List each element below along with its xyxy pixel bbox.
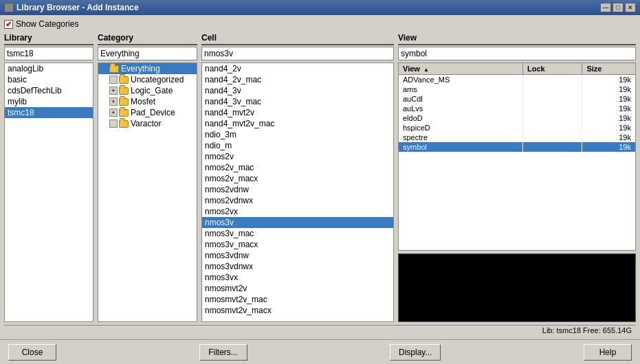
list-item[interactable]: nmos3vdnwx	[202, 261, 393, 272]
category-list[interactable]: Everything Uncategorized + Logic_Gate	[98, 62, 197, 322]
category-item-label: Varactor	[131, 119, 161, 128]
table-row[interactable]: auLvs19k	[399, 104, 635, 113]
list-item[interactable]: basic	[5, 74, 93, 85]
bottom-bar: Close Filters... Display... Help	[0, 339, 640, 364]
expand-icon[interactable]: +	[109, 98, 118, 106]
table-cell-view: auCdl	[399, 94, 522, 104]
library-list[interactable]: analogLib basic cdsDefTechLib mylib tsmc…	[4, 62, 93, 322]
table-row[interactable]: ams19k	[399, 84, 635, 94]
filters-button[interactable]: Filters...	[199, 344, 247, 361]
table-cell-size: 19k	[582, 133, 635, 142]
help-button[interactable]: Help	[584, 344, 632, 361]
table-row[interactable]: eldoD19k	[399, 113, 635, 123]
list-item[interactable]: nmos3v_mac	[202, 228, 393, 239]
list-item[interactable]: nand4_2v	[202, 63, 393, 74]
list-item[interactable]: nand4_3v_mac	[202, 96, 393, 107]
list-item[interactable]: nand4_mvt2v_mac	[202, 118, 393, 129]
list-item[interactable]: ndio_m	[202, 140, 393, 151]
list-item[interactable]: nmos2vx	[202, 206, 393, 217]
view-col-header-view[interactable]: View ▲	[399, 63, 522, 75]
minimize-button[interactable]: —	[600, 3, 611, 12]
view-header: View	[398, 33, 636, 45]
cell-search-input[interactable]	[201, 47, 394, 60]
close-window-button[interactable]: ✕	[625, 3, 636, 12]
checkmark-icon: ✔	[5, 20, 12, 29]
table-cell-lock	[522, 104, 582, 113]
list-item[interactable]: ndio_3m	[202, 129, 393, 140]
table-cell-view: auLvs	[399, 104, 522, 113]
view-table: View ▲ Lock Size ADVance_MS19kams19kauCd…	[399, 63, 635, 152]
list-item[interactable]: nand4_mvt2v	[202, 107, 393, 118]
view-panel: View View ▲ Lock Size ADVance_MS19kams19…	[398, 33, 636, 322]
category-search-input[interactable]	[98, 47, 197, 60]
list-item[interactable]: nmos2vdnwx	[202, 195, 393, 206]
expand-icon[interactable]	[109, 76, 118, 84]
panels-row: Library analogLib basic cdsDefTechLib my…	[4, 33, 636, 322]
category-item-everything[interactable]: Everything	[98, 63, 197, 74]
table-cell-lock	[522, 75, 582, 85]
category-item-uncategorized[interactable]: Uncategorized	[98, 74, 197, 85]
cell-panel: Cell nand4_2vnand4_2v_macnand4_3vnand4_3…	[201, 33, 394, 322]
list-item[interactable]: nmos2v_mac	[202, 162, 393, 173]
table-row[interactable]: spectre19k	[399, 133, 635, 142]
list-item[interactable]: nmos3vdnw	[202, 250, 393, 261]
table-cell-lock	[522, 84, 582, 94]
list-item[interactable]: nmos2v	[202, 151, 393, 162]
list-item[interactable]: nmos3v_macx	[202, 239, 393, 250]
table-cell-view: ADVance_MS	[399, 75, 522, 85]
category-item-label: Everything	[121, 64, 160, 73]
list-item[interactable]: cdsDefTechLib	[5, 85, 93, 96]
table-row[interactable]: symbol19k	[399, 142, 635, 152]
list-item[interactable]: nand4_3v	[202, 85, 393, 96]
table-cell-lock	[522, 133, 582, 142]
show-categories-row: ✔ Show Categories	[4, 19, 636, 30]
folder-icon	[119, 98, 129, 106]
list-item[interactable]: nmos2v_macx	[202, 173, 393, 184]
cell-header: Cell	[201, 33, 394, 45]
list-item[interactable]: nmosmvt2v_mac	[202, 294, 393, 305]
show-categories-checkbox[interactable]: ✔	[4, 20, 13, 29]
list-item[interactable]: nmosmvt2v_macx	[202, 305, 393, 316]
view-col-header-lock[interactable]: Lock	[522, 63, 582, 75]
table-row[interactable]: ADVance_MS19k	[399, 75, 635, 85]
list-item[interactable]: nmos3vx	[202, 272, 393, 283]
category-header: Category	[98, 33, 197, 45]
library-search-input[interactable]	[4, 47, 93, 60]
folder-icon	[119, 87, 129, 95]
library-panel: Library analogLib basic cdsDefTechLib my…	[4, 33, 93, 322]
list-item[interactable]: nmos2vdnw	[202, 184, 393, 195]
display-button[interactable]: Display...	[390, 344, 441, 361]
cell-list[interactable]: nand4_2vnand4_2v_macnand4_3vnand4_3v_mac…	[201, 62, 394, 322]
window-title: Library Browser - Add Instance	[16, 3, 139, 12]
title-bar: Library Browser - Add Instance — □ ✕	[0, 0, 640, 15]
expand-icon[interactable]: +	[109, 87, 118, 95]
expand-icon[interactable]	[109, 120, 118, 128]
category-item-label: Uncategorized	[131, 75, 184, 84]
show-categories-label: Show Categories	[16, 19, 78, 29]
list-item[interactable]: analogLib	[5, 63, 93, 74]
table-row[interactable]: hspiceD19k	[399, 123, 635, 133]
table-cell-size: 19k	[582, 84, 635, 94]
category-item-pad-device[interactable]: + Pad_Device	[98, 107, 197, 118]
maximize-button[interactable]: □	[613, 3, 624, 12]
list-item[interactable]: mylib	[5, 96, 93, 107]
folder-icon	[119, 76, 129, 84]
category-item-mosfet[interactable]: + Mosfet	[98, 96, 197, 107]
title-bar-buttons: — □ ✕	[600, 3, 636, 12]
table-cell-size: 19k	[582, 104, 635, 113]
view-search-input[interactable]	[398, 47, 636, 60]
table-cell-size: 19k	[582, 113, 635, 123]
category-item-varactor[interactable]: Varactor	[98, 118, 197, 129]
list-item[interactable]: nmos3v	[202, 217, 393, 228]
view-col-header-size[interactable]: Size	[582, 63, 635, 75]
list-item[interactable]: nmosmvt2v	[202, 283, 393, 294]
list-item[interactable]: tsmc18	[5, 107, 93, 118]
close-button[interactable]: Close	[8, 344, 56, 361]
app-icon	[4, 3, 14, 12]
view-table-container: View ▲ Lock Size ADVance_MS19kams19kauCd…	[398, 62, 636, 251]
table-cell-size: 19k	[582, 123, 635, 133]
list-item[interactable]: nand4_2v_mac	[202, 74, 393, 85]
expand-icon[interactable]: +	[109, 109, 118, 117]
category-item-logic-gate[interactable]: + Logic_Gate	[98, 85, 197, 96]
table-row[interactable]: auCdl19k	[399, 94, 635, 104]
